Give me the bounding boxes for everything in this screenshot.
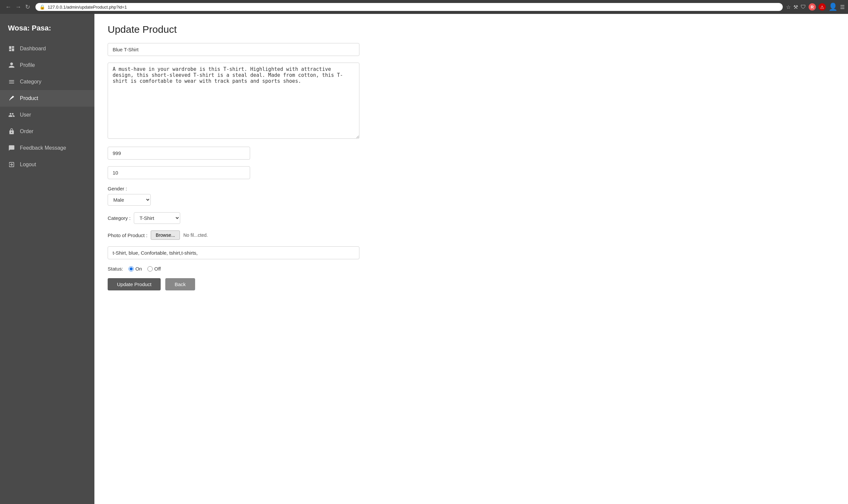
sidebar-item-feedback[interactable]: Feedback Message bbox=[0, 140, 94, 156]
shield-icon[interactable]: 🛡 bbox=[801, 4, 806, 10]
sidebar-item-order[interactable]: Order bbox=[0, 123, 94, 140]
photo-group: Photo of Product : Browse... No fil...ct… bbox=[108, 231, 835, 240]
browser-toolbar: ☆ ⚒ 🛡 R ⚠ 👤 ☰ bbox=[786, 3, 845, 11]
back-nav-btn[interactable]: ← bbox=[3, 4, 13, 11]
tags-group bbox=[108, 246, 835, 259]
status-off-label[interactable]: Off bbox=[147, 266, 161, 272]
form-buttons: Update Product Back bbox=[108, 278, 835, 290]
menu-icon[interactable]: ☰ bbox=[840, 4, 845, 10]
profile-icon bbox=[8, 61, 15, 69]
quantity-group bbox=[108, 166, 835, 179]
profile-avatar[interactable]: 👤 bbox=[828, 3, 837, 11]
browse-button[interactable]: Browse... bbox=[151, 231, 180, 240]
photo-label: Photo of Product : bbox=[108, 232, 147, 238]
category-select[interactable]: T-Shirt Pants Shoes Accessories bbox=[134, 212, 180, 224]
address-bar[interactable]: 🔒 127.0.0.1/admin/updateProduct.php?id=1 bbox=[35, 3, 783, 11]
page-wrapper: Wosa: Pasa: Dashboard Profile Category P… bbox=[0, 14, 848, 504]
product-label: Product bbox=[20, 95, 38, 101]
forward-nav-btn[interactable]: → bbox=[13, 4, 23, 11]
status-on-label[interactable]: On bbox=[128, 266, 142, 272]
logout-icon bbox=[8, 161, 15, 168]
logout-label: Logout bbox=[20, 162, 36, 167]
profile-label: Profile bbox=[20, 62, 35, 68]
main-content: Update Product A must-have in your wardr… bbox=[94, 14, 848, 504]
dashboard-label: Dashboard bbox=[20, 46, 46, 52]
description-textarea[interactable]: A must-have in your wardrobe is this T-s… bbox=[108, 62, 359, 139]
product-icon bbox=[8, 95, 15, 102]
sidebar: Wosa: Pasa: Dashboard Profile Category P… bbox=[0, 14, 94, 504]
security-icon: 🔒 bbox=[39, 4, 45, 10]
account-icon[interactable]: R bbox=[809, 3, 816, 11]
status-group: Status: On Off bbox=[108, 266, 835, 272]
category-group: Category : T-Shirt Pants Shoes Accessori… bbox=[108, 212, 835, 224]
category-label: Category bbox=[20, 79, 41, 85]
status-on-radio[interactable] bbox=[128, 266, 134, 272]
sidebar-item-logout[interactable]: Logout bbox=[0, 156, 94, 173]
status-label: Status: bbox=[108, 266, 123, 272]
bookmark-icon[interactable]: ☆ bbox=[786, 4, 791, 10]
sidebar-item-user[interactable]: User bbox=[0, 107, 94, 123]
gender-group: Gender : Male Female Unisex bbox=[108, 186, 835, 205]
status-off-text: Off bbox=[154, 266, 161, 272]
sidebar-item-dashboard[interactable]: Dashboard bbox=[0, 40, 94, 57]
back-button[interactable]: Back bbox=[165, 278, 195, 290]
status-on-text: On bbox=[136, 266, 142, 272]
order-label: Order bbox=[20, 128, 33, 134]
gender-label: Gender : bbox=[108, 186, 835, 192]
user-label: User bbox=[20, 112, 31, 118]
tools-icon[interactable]: ⚒ bbox=[793, 4, 798, 10]
gender-select[interactable]: Male Female Unisex bbox=[108, 194, 151, 205]
sidebar-item-profile[interactable]: Profile bbox=[0, 57, 94, 73]
status-off-radio[interactable] bbox=[147, 266, 153, 272]
url-text: 127.0.0.1/admin/updateProduct.php?id=1 bbox=[48, 5, 779, 10]
no-file-text: No fil...cted. bbox=[183, 232, 208, 238]
browser-chrome: ← → ↻ 🔒 127.0.0.1/admin/updateProduct.ph… bbox=[0, 0, 848, 14]
brand-title: Wosa: Pasa: bbox=[0, 20, 94, 40]
tags-input[interactable] bbox=[108, 246, 359, 259]
feedback-label: Feedback Message bbox=[20, 145, 66, 151]
addon-icon[interactable]: ⚠ bbox=[818, 3, 826, 11]
product-name-group bbox=[108, 43, 835, 56]
order-icon bbox=[8, 128, 15, 135]
sidebar-item-category[interactable]: Category bbox=[0, 73, 94, 90]
quantity-input[interactable] bbox=[108, 166, 250, 179]
price-group bbox=[108, 147, 835, 160]
product-name-input[interactable] bbox=[108, 43, 359, 56]
category-label: Category : T-Shirt Pants Shoes Accessori… bbox=[108, 212, 835, 224]
user-icon bbox=[8, 111, 15, 119]
price-input[interactable] bbox=[108, 147, 250, 160]
sidebar-item-product[interactable]: Product bbox=[0, 90, 94, 107]
reload-btn[interactable]: ↻ bbox=[23, 3, 32, 11]
page-title: Update Product bbox=[108, 24, 835, 35]
category-icon bbox=[8, 78, 15, 86]
feedback-icon bbox=[8, 144, 15, 152]
dashboard-icon bbox=[8, 45, 15, 52]
update-product-button[interactable]: Update Product bbox=[108, 278, 161, 290]
description-group: A must-have in your wardrobe is this T-s… bbox=[108, 62, 835, 140]
